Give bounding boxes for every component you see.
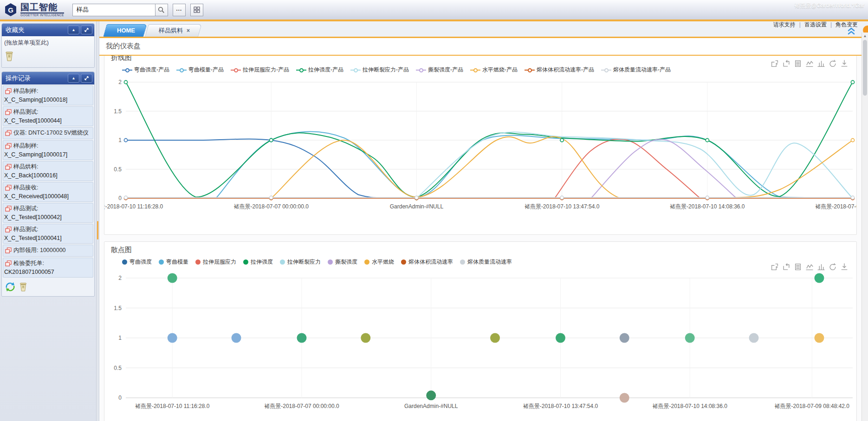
data-point-marker <box>706 138 709 142</box>
legend-item[interactable]: 熔体质量流动速率-产品 <box>601 66 671 74</box>
restore-icon[interactable] <box>829 60 836 67</box>
legend-item[interactable]: 拉伸强度 <box>243 258 273 266</box>
legend-item[interactable]: 水平燃烧-产品 <box>470 66 518 74</box>
scatter-point[interactable] <box>620 333 629 343</box>
scatter-point[interactable] <box>556 333 565 343</box>
zoom-reset-icon[interactable] <box>783 60 790 67</box>
scroll-up-arrow[interactable]: ▲ <box>862 32 868 39</box>
tab-home[interactable]: HOME <box>105 24 145 37</box>
search-input[interactable] <box>72 4 155 16</box>
data-point-marker <box>560 196 564 199</box>
clear-log-bin-icon[interactable] <box>19 282 28 294</box>
legend-item[interactable]: 弯曲模量-产品 <box>176 66 224 74</box>
window-restore-icon <box>5 109 12 115</box>
list-item[interactable]: 样品烘料:X_C_Back[1000016] <box>3 161 93 181</box>
legend-item[interactable]: 熔体体积流动速率-产品 <box>525 66 594 74</box>
data-point-marker <box>706 196 709 199</box>
scatter-point[interactable] <box>168 333 177 343</box>
legend-item[interactable]: 弯曲强度 <box>122 258 152 266</box>
list-item[interactable]: 样品测试:X_C_Tested[1000041] <box>3 224 93 244</box>
line-chart-plot: 21.510.50褚燕景-2018-07-10 11:16:28.0褚燕景-20… <box>104 76 856 230</box>
scatter-point[interactable] <box>297 333 306 343</box>
list-item[interactable]: 样品制样:X_C_Samping[1000018] <box>3 85 93 105</box>
y-axis-tick: 0.5 <box>114 365 122 371</box>
legend-item[interactable]: 拉伸强度-产品 <box>296 66 343 74</box>
record-value: CK2018071000057 <box>4 269 91 275</box>
legend-item[interactable]: 撕裂强度-产品 <box>416 66 463 74</box>
legend-item[interactable]: 弯曲模量 <box>159 258 188 266</box>
list-item[interactable]: 检验委托单:CK2018071000057 <box>3 258 93 278</box>
expand-operations-button[interactable] <box>81 74 92 83</box>
window-restore-icon <box>5 88 12 94</box>
legend-item[interactable]: 拉伸屈服应力-产品 <box>231 66 289 74</box>
top-header: G 国工智能 GOGETTER INTELLIGENCE ··· <box>0 0 868 19</box>
legend-item[interactable]: 熔体质量流动速率 <box>460 258 512 266</box>
legend-item[interactable]: 熔体体积流动速率 <box>401 258 453 266</box>
chevron-double-up-icon <box>847 26 856 35</box>
legend-item[interactable]: 拉伸断裂应力 <box>280 258 321 266</box>
close-tab-icon[interactable]: × <box>187 27 190 34</box>
expand-icon <box>84 76 89 81</box>
list-item[interactable]: 仪器: DNTC-17002 5V燃烧仪 <box>3 127 93 139</box>
logo-subtitle: GOGETTER INTELLIGENCE <box>20 13 64 17</box>
list-item[interactable]: 内部领用: 10000000 <box>3 245 93 257</box>
scatter-point[interactable] <box>685 333 695 343</box>
scatter-point[interactable] <box>814 333 824 343</box>
scatter-point[interactable] <box>426 390 436 400</box>
window-list-button[interactable] <box>190 4 203 16</box>
scatter-point[interactable] <box>814 273 824 283</box>
scatter-point[interactable] <box>361 333 370 343</box>
list-item[interactable]: 样品接收:X_C_Received[1000048] <box>3 182 93 202</box>
legend-item[interactable]: 弯曲强度-产品 <box>122 66 169 74</box>
scatter-series-icon <box>460 259 465 265</box>
bar-chart-icon[interactable] <box>817 60 825 67</box>
collapse-operations-button[interactable]: ▲ <box>68 74 79 83</box>
legend-label: 弯曲模量-产品 <box>188 66 224 74</box>
support-link[interactable]: 请求支持 <box>770 21 799 28</box>
preference-link[interactable]: 首选设置 <box>801 21 830 28</box>
line-series-icon <box>416 68 426 72</box>
data-view-icon[interactable] <box>794 60 802 67</box>
zoom-reset-icon[interactable] <box>783 263 790 271</box>
data-view-icon[interactable] <box>794 263 802 271</box>
vertical-scrollbar[interactable]: ▲ <box>862 32 868 421</box>
x-axis-label: 褚燕景-2018-07-10 11:16:28.0 <box>104 203 163 210</box>
expand-favorites-button[interactable] <box>81 26 92 34</box>
list-item[interactable]: 样品测试:X_C_Tested[1000042] <box>3 203 93 223</box>
app-logo: G 国工智能 GOGETTER INTELLIGENCE <box>4 3 64 17</box>
list-item[interactable]: 样品制样:X_C_Samping[1000017] <box>3 140 93 160</box>
splitter-grip[interactable] <box>97 221 98 240</box>
scatter-point[interactable] <box>620 393 629 403</box>
save-image-icon[interactable] <box>841 60 848 67</box>
scroll-thumb[interactable] <box>863 40 867 96</box>
search-button[interactable] <box>155 4 168 16</box>
sidebar-splitter[interactable] <box>96 21 99 421</box>
tab-sample-baking[interactable]: 样品烘料 × <box>147 24 200 37</box>
bar-chart-icon[interactable] <box>817 263 825 271</box>
scatter-point[interactable] <box>232 333 241 343</box>
scatter-point[interactable] <box>749 333 759 343</box>
line-chart-icon[interactable] <box>806 60 813 67</box>
scatter-point[interactable] <box>490 333 500 343</box>
restore-icon[interactable] <box>829 263 836 271</box>
legend-item[interactable]: 拉伸断裂应力-产品 <box>350 66 409 74</box>
save-image-icon[interactable] <box>841 263 848 271</box>
collapse-panel-button[interactable] <box>847 26 856 37</box>
data-point-marker <box>124 138 127 142</box>
scatter-chart-legend: 弯曲强度弯曲模量拉伸屈服应力拉伸强度拉伸断裂应力撕裂强度水平燃烧熔体体积流动速率… <box>104 255 856 267</box>
collapse-favorites-button[interactable]: ▲ <box>68 26 79 34</box>
record-value: X_C_Tested[1000042] <box>4 214 91 220</box>
legend-item[interactable]: 水平燃烧 <box>364 258 394 266</box>
area-zoom-icon[interactable] <box>771 263 778 271</box>
area-zoom-icon[interactable] <box>771 60 778 67</box>
list-item[interactable]: 样品测试:X_C_Tested[1000044] <box>3 106 93 126</box>
line-chart-icon[interactable] <box>806 263 813 271</box>
refresh-log-icon[interactable] <box>5 281 16 294</box>
x-axis-label: 褚燕景-2018-07-10 11:16:28.0 <box>135 403 210 409</box>
scatter-point[interactable] <box>168 273 177 283</box>
legend-item[interactable]: 拉伸屈服应力 <box>195 258 236 266</box>
legend-label: 拉伸屈服应力-产品 <box>243 66 289 74</box>
more-options-button[interactable]: ··· <box>173 4 186 16</box>
legend-item[interactable]: 撕裂强度 <box>328 258 357 266</box>
trash-bin-icon[interactable] <box>4 51 14 64</box>
